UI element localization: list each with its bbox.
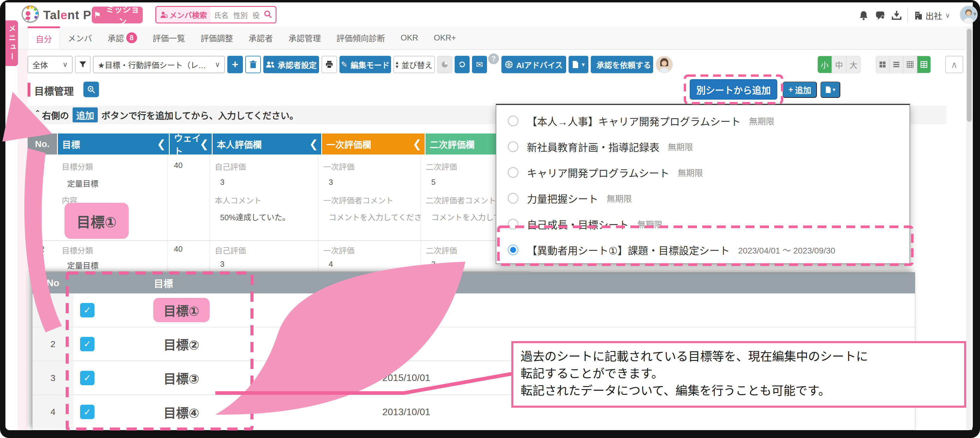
tab-approval[interactable]: 承認8 [100,26,145,49]
radio-icon[interactable] [508,193,519,204]
download-icon[interactable] [891,10,902,21]
sheet-option-6-selected[interactable]: 【異動者用シート①】課題・目標設定シート 2023/04/01 ～ 2023/0… [496,237,910,263]
sheet-option-5[interactable]: 自己成長・目標シート 無期限 [496,211,910,237]
goal-cell[interactable]: 目標分類 定量目標 内容 [57,241,168,272]
size-large-button[interactable]: 大 [846,56,861,73]
self-eval-score[interactable]: 3 [215,178,318,194]
bell-icon[interactable] [859,10,869,21]
chat-icon[interactable] [875,10,885,21]
col-first-eval[interactable]: 一次評価欄❮ [322,134,425,154]
radio-icon[interactable] [508,167,519,178]
ai-advice-button[interactable]: AIアドバイス [501,56,566,73]
search-field-role[interactable]: 役職（主務） [253,10,260,20]
add-row-button[interactable]: + 追加 [783,81,817,98]
tab-evaluation-adjust[interactable]: 評価調整 [193,26,241,49]
col-weight[interactable]: ウェイト❮ [170,134,212,154]
add-sheet-button[interactable]: + [227,56,243,73]
radio-icon[interactable] [508,219,519,229]
first-eval-cell[interactable]: 一次評価 3 一次評価者コメント コメントを入力してください [318,154,421,240]
first-eval-cell[interactable]: 一次評価 4 一次評価者コメント [318,241,421,272]
tab-approvers[interactable]: 承認者 [241,26,281,49]
sheet-option-3[interactable]: キャリア開発プログラムシート 無期限 [496,159,910,185]
filter-button[interactable] [75,56,91,73]
radio-icon[interactable] [508,116,519,126]
sheet-export-button[interactable]: ▾ [821,81,840,98]
add-from-other-sheet-button[interactable]: 別シートから追加 [690,79,777,100]
search-field-gender[interactable]: 性別 [233,10,248,20]
collapse-chevron-icon[interactable]: ❮ [157,138,166,150]
request-approval-button[interactable]: 承認を依頼する [591,56,653,73]
sheet-option-2[interactable]: 新社員教育計画・指導記録表 無期限 [496,134,910,159]
first-eval-score[interactable]: 4 [323,260,420,272]
self-eval-score[interactable]: 3 [215,260,318,272]
tab-members[interactable]: メンバ [60,26,100,49]
weight-cell[interactable]: 40 [168,241,210,272]
sheet-option-1[interactable]: 【本人→人事】キャリア開発プログラムシート 無期限 [496,108,910,134]
checkbox-checked-icon[interactable]: ✓ [80,371,94,385]
view-list-button[interactable] [889,56,903,73]
weight-value[interactable]: 40 [173,161,209,178]
chart-button[interactable] [437,56,452,73]
col-self-eval[interactable]: 本人評価欄❮ [213,134,321,154]
search-fields[interactable]: 氏名 性別 役職（主務） 役等 [210,10,260,20]
avatar-dropdown-caret-icon[interactable]: ▾ [974,10,977,18]
goal-category-value[interactable]: 定量目標 [62,178,167,194]
scope-select[interactable]: 全体 ∨ [28,56,73,73]
tab-okr[interactable]: OKR [393,26,426,49]
copy-goal-3[interactable]: 目標③ [164,369,199,387]
delete-button[interactable] [245,56,261,73]
copy-goal-2[interactable]: 目標② [164,335,199,353]
tab-okr-plus[interactable]: OKR+ [426,26,464,49]
first-eval-score[interactable]: 3 [323,178,420,194]
attendance-status[interactable]: 出社 ∨ [914,10,950,22]
print-button[interactable] [321,56,337,73]
tab-self[interactable]: 自分 [28,26,60,49]
collapse-chevron-icon[interactable]: ❮ [413,138,422,150]
radio-selected-icon[interactable] [508,245,519,255]
size-medium-button[interactable]: 中 [832,56,846,73]
self-comment-value[interactable]: 50%達成していた。 [215,211,318,228]
collapse-toolbar-button[interactable]: ∧ [945,56,963,73]
palette-logo-icon[interactable] [21,5,40,23]
edit-mode-button[interactable]: ✎ 編集モード [339,56,391,73]
mail-button[interactable]: ✉ [472,56,487,73]
tab-approval-admin[interactable]: 承認管理 [281,26,329,49]
size-small-button[interactable]: 小 [818,56,832,73]
search-submit-icon[interactable] [260,10,275,19]
search-field-name[interactable]: 氏名 [214,10,229,20]
view-cards-button[interactable] [876,56,889,73]
vertical-scrollbar[interactable] [966,26,972,430]
menu-tab[interactable]: メニュー [5,21,18,66]
self-eval-cell[interactable]: 自己評価 3 本人コメント [210,241,318,272]
member-search-box[interactable]: メンバ検索 氏名 性別 役職（主務） 役等 [155,6,277,23]
tab-evaluation-list[interactable]: 評価一覧 [145,26,193,49]
collapse-chevron-icon[interactable]: ❮ [200,138,209,150]
checkbox-checked-icon[interactable]: ✓ [80,337,94,351]
scrollbar-thumb[interactable] [967,29,972,122]
sheet-select[interactable]: ★目標・行動評価シート（レイアウト… ∨ [93,56,225,73]
checkbox-checked-icon[interactable]: ✓ [80,405,94,419]
weight-cell[interactable]: 40 [168,154,210,240]
help-icon[interactable]: ? [488,53,499,64]
weight-value[interactable]: 40 [173,245,209,260]
tab-evaluation-trend[interactable]: 評価傾向診断 [329,26,393,49]
copy-goal-1-highlight[interactable]: 目標① [153,298,210,322]
col-goal[interactable]: 目標❮ [58,134,169,154]
view-sheet-button[interactable] [917,56,931,73]
sheet-option-4[interactable]: 力量把握シート 無期限 [496,185,910,211]
collapse-chevron-icon[interactable]: ❮ [309,138,318,150]
approver-settings-button[interactable]: 承認者設定 [263,56,319,73]
section-zoom-button[interactable] [83,81,99,97]
copy-goal-4[interactable]: 目標④ [164,403,199,421]
goal-category-value[interactable]: 定量目標 [62,260,167,272]
sheet-owner-avatar[interactable] [655,56,673,73]
refresh-button[interactable] [455,56,469,73]
radio-icon[interactable] [508,141,519,152]
self-eval-cell[interactable]: 自己評価 3 本人コメント 50%達成していた。 [210,154,318,240]
checkbox-checked-icon[interactable]: ✓ [80,303,94,317]
first-comment-placeholder[interactable]: コメントを入力してください [323,211,420,228]
sort-button[interactable]: ▴▾ 並び替え [393,56,435,73]
export-button[interactable]: ▾ [569,56,589,73]
view-grid-table-button[interactable] [903,56,917,73]
mission-button[interactable]: ⚑ ミッション [92,6,143,23]
